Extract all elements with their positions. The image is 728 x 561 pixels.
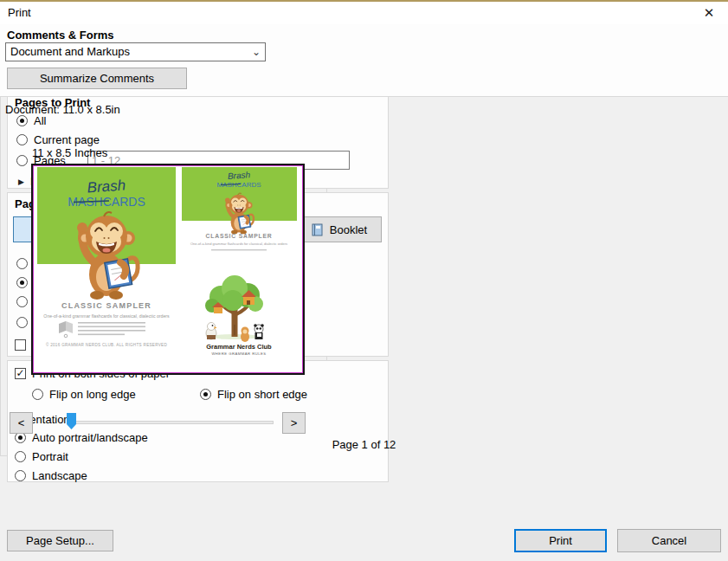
card-tagline-right: One-of-a-kind grammar flashcards for cla… (190, 242, 287, 246)
comments-forms-section: Comments & Forms Document and Markups ⌄ … (0, 24, 728, 97)
print-preview: Brash MASHCARDS CLASSIC SAMPLER One-of-a… (31, 164, 305, 375)
tab-booklet[interactable]: Booklet (295, 216, 382, 242)
shrink-radio[interactable] (16, 296, 28, 307)
both-sides-checkbox[interactable]: ✓ (15, 368, 26, 379)
next-page-label: > (291, 416, 298, 429)
all-radio-label: All (34, 114, 46, 127)
previous-page-label: < (18, 416, 25, 429)
titlebar: Print ✕ (0, 2, 728, 24)
comments-select-value: Document and Markups (6, 43, 248, 61)
flip-short-radio[interactable] (200, 389, 211, 400)
card-title-left: CLASSIC SAMPLER (61, 301, 151, 310)
flip-short-row: Flip on short edge (200, 388, 307, 401)
custom-scale-radio[interactable] (16, 317, 28, 328)
current-page-radio[interactable] (16, 134, 28, 145)
comments-section-title: Comments & Forms (7, 29, 114, 42)
portrait-label: Portrait (32, 450, 68, 463)
summarize-comments-label: Summarize Comments (40, 72, 154, 85)
flip-long-radio[interactable] (32, 389, 43, 400)
flip-long-row: Flip on long edge (32, 388, 136, 401)
cancel-button-label: Cancel (652, 534, 686, 547)
club-motto: WHERE GRAMMAR RULES (211, 351, 266, 356)
window-title: Print (8, 6, 31, 19)
current-page-label: Current page (34, 133, 100, 146)
portrait-radio[interactable] (15, 451, 26, 462)
page-setup-button[interactable]: Page Setup... (7, 530, 113, 551)
cancel-button[interactable]: Cancel (617, 529, 721, 552)
page-dimensions-text: 11 x 8.5 Inches (32, 146, 107, 159)
print-button[interactable]: Print (514, 529, 607, 552)
preview-artwork: Brash MASHCARDS CLASSIC SAMPLER One-of-a… (33, 165, 301, 371)
book-icon (59, 321, 73, 338)
brand-rest-left: CARDS (103, 195, 145, 209)
flip-long-label: Flip on long edge (49, 388, 136, 401)
more-options-arrow-icon: ▶ (18, 177, 24, 186)
pages-current-row: Current page (16, 133, 100, 146)
print-button-label: Print (549, 534, 572, 547)
flip-short-label: Flip on short edge (217, 388, 307, 401)
landscape-radio[interactable] (15, 470, 26, 481)
portrait-row: Portrait (15, 450, 68, 463)
page-indicator: Page 1 of 12 (0, 438, 728, 451)
actual-size-radio[interactable] (16, 277, 28, 288)
paper-source-checkbox[interactable] (15, 339, 26, 351)
fit-radio[interactable] (16, 258, 28, 269)
page-setup-label: Page Setup... (26, 534, 94, 547)
previous-page-button[interactable]: < (10, 412, 33, 434)
booklet-icon (310, 222, 325, 237)
brand-rest-right: CARDS (237, 181, 261, 189)
fine-print-lines (78, 322, 145, 335)
landscape-label: Landscape (32, 469, 87, 482)
brand-script-right: Brash (228, 170, 251, 181)
brand-script-left: Brash (87, 177, 126, 196)
next-page-button[interactable]: > (282, 412, 306, 434)
chevron-down-icon[interactable]: ⌄ (248, 43, 265, 61)
fine-print-line-right (211, 249, 267, 250)
club-name: Grammar Nerds Club (206, 343, 272, 351)
pages-radio[interactable] (16, 155, 28, 166)
all-radio[interactable] (16, 115, 28, 126)
tab-booklet-label: Booklet (330, 223, 367, 236)
document-size-text: Document: 11.0 x 8.5in (5, 103, 120, 116)
card-tagline-left: One-of-a-kind grammar flashcards for cla… (43, 313, 170, 319)
card-title-right: CLASSIC SAMPLER (206, 233, 273, 239)
summarize-comments-button[interactable]: Summarize Comments (7, 68, 187, 89)
check-icon: ✓ (16, 368, 24, 379)
card-copyright: © 2016 GRAMMAR NERDS CLUB. ALL RIGHTS RE… (46, 342, 168, 347)
comments-select[interactable]: Document and Markups ⌄ (5, 42, 266, 61)
page-slider-track[interactable] (69, 421, 274, 424)
landscape-row: Landscape (15, 469, 87, 482)
close-icon[interactable]: ✕ (699, 3, 719, 23)
pages-all-row: All (16, 114, 46, 127)
print-dialog: Print ✕ Printer: Canon MX920 series Prin… (0, 0, 728, 561)
dialog-content: Printer: Canon MX920 series Printer ⌄ Pr… (0, 24, 728, 561)
